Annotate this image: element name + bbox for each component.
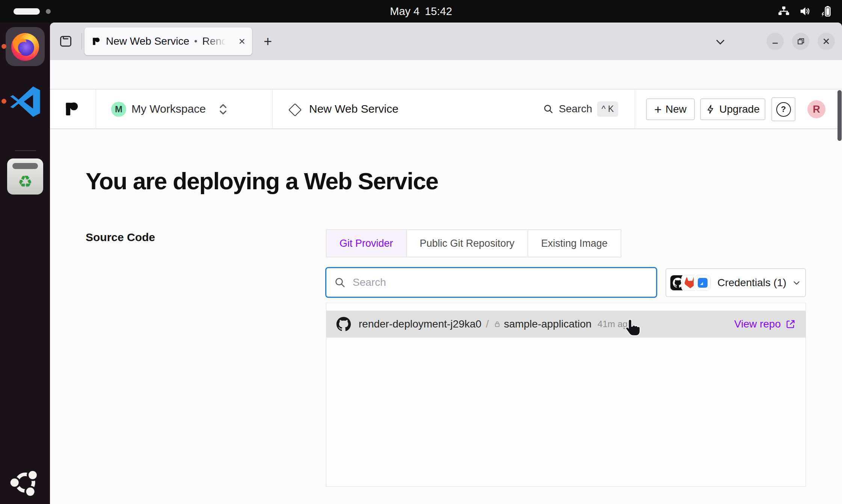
firefox-view-icon <box>59 34 73 48</box>
firefox-view-button[interactable] <box>57 33 74 50</box>
browser-toolbar: https://dashboard.render.com/web/new <box>50 60 842 89</box>
chevron-down-icon <box>792 278 801 288</box>
external-link-icon <box>785 319 796 329</box>
service-diamond-icon <box>288 103 302 116</box>
dock-divider <box>15 150 36 151</box>
vscode-icon <box>9 85 42 118</box>
volume-icon <box>798 5 811 18</box>
search-icon <box>334 276 346 288</box>
plus-icon: + <box>654 102 662 117</box>
search-icon <box>543 103 554 115</box>
ubuntu-logo-icon <box>9 466 41 499</box>
page-scrollbar[interactable] <box>837 90 842 141</box>
tab-title-separator: • <box>194 36 197 47</box>
render-logo-icon <box>63 100 80 118</box>
header-divider <box>635 89 635 128</box>
user-avatar[interactable]: R <box>807 100 825 118</box>
search-shortcut-badge: ^ K <box>597 101 619 117</box>
repo-row[interactable]: render-deployment-j29ka0 / sample-applic… <box>326 311 806 338</box>
dock-item-show-apps[interactable] <box>9 466 41 499</box>
browser-tab[interactable]: New Web Service • Rend × <box>85 27 252 55</box>
dock-item-vscode[interactable] <box>8 83 42 119</box>
dock-item-trash[interactable]: ♻ <box>7 158 43 195</box>
global-search-label: Search <box>559 103 592 115</box>
system-status-icons[interactable] <box>777 0 832 23</box>
header-divider <box>272 89 273 128</box>
source-tabs: Git Provider Public Git Repository Exist… <box>326 229 621 257</box>
tab-title: New Web Service <box>106 35 189 47</box>
ubuntu-dock: ♻ <box>0 23 50 504</box>
clock-date: May 4 <box>390 5 419 18</box>
header-divider <box>96 89 96 128</box>
tab-git-provider[interactable]: Git Provider <box>326 230 407 257</box>
tab-separator <box>81 33 82 50</box>
firefox-window: New Web Service • Rend × + <box>50 23 842 504</box>
tab-title-suffix: Rend <box>202 35 227 47</box>
system-top-bar: May 4 15:42 <box>0 0 842 23</box>
battery-charging-icon <box>819 5 832 18</box>
mouse-cursor <box>623 318 641 340</box>
question-mark-icon: ? <box>776 102 791 117</box>
dock-item-firefox[interactable] <box>6 27 45 66</box>
window-close-button[interactable] <box>818 33 835 50</box>
render-app-header: M My Workspace New Web Service Search ^ … <box>50 89 842 129</box>
page-content: You are deploying a Web Service Source C… <box>50 129 842 504</box>
view-repo-link[interactable]: View repo <box>734 318 796 330</box>
window-restore-button[interactable] <box>792 33 809 50</box>
workspace-avatar: M <box>111 102 126 117</box>
page-heading: You are deploying a Web Service <box>86 167 438 195</box>
network-icon <box>777 5 790 18</box>
upgrade-button-label: Upgrade <box>719 103 759 115</box>
credentials-label: Credentials (1) <box>717 277 786 289</box>
repo-name: sample-application <box>504 318 592 330</box>
workspace-name[interactable]: My Workspace <box>131 89 206 128</box>
firefox-icon <box>9 30 41 63</box>
repo-owner: render-deployment-j29ka0 <box>359 318 481 330</box>
bolt-icon <box>706 104 715 114</box>
new-button-label: New <box>665 103 687 115</box>
window-minimize-button[interactable] <box>767 33 784 50</box>
vscode-running-dot <box>2 99 6 104</box>
render-favicon <box>91 36 101 46</box>
repo-list-panel: render-deployment-j29ka0 / sample-applic… <box>326 303 806 487</box>
view-repo-label: View repo <box>734 318 781 330</box>
tab-existing-image[interactable]: Existing Image <box>528 230 621 257</box>
new-tab-button[interactable]: + <box>261 35 275 48</box>
clock-time: 15:42 <box>425 5 452 18</box>
new-button[interactable]: + New <box>646 98 695 120</box>
repo-separator: / <box>486 318 489 330</box>
repo-search-input[interactable] <box>352 276 631 289</box>
source-code-label: Source Code <box>86 231 155 244</box>
repo-search-field[interactable] <box>325 267 657 298</box>
upgrade-button[interactable]: Upgrade <box>700 98 765 120</box>
tab-public-git-repository[interactable]: Public Git Repository <box>407 230 528 257</box>
system-clock[interactable]: May 4 15:42 <box>0 0 842 23</box>
workspace-switcher-chevrons-icon[interactable] <box>218 103 228 118</box>
firefox-running-dot <box>2 44 6 49</box>
render-logo[interactable] <box>63 100 80 119</box>
tab-close-button[interactable]: × <box>238 36 245 47</box>
page-nav-title: New Web Service <box>309 89 398 128</box>
private-lock-icon <box>493 320 501 328</box>
bitbucket-icon <box>695 275 711 291</box>
list-tabs-chevron-icon[interactable] <box>714 35 727 48</box>
global-search[interactable]: Search ^ K <box>543 89 618 128</box>
credentials-dropdown[interactable]: Credentials (1) <box>665 268 806 297</box>
github-icon <box>336 317 351 332</box>
help-button[interactable]: ? <box>771 97 795 121</box>
tab-bar: New Web Service • Rend × + <box>50 23 842 60</box>
